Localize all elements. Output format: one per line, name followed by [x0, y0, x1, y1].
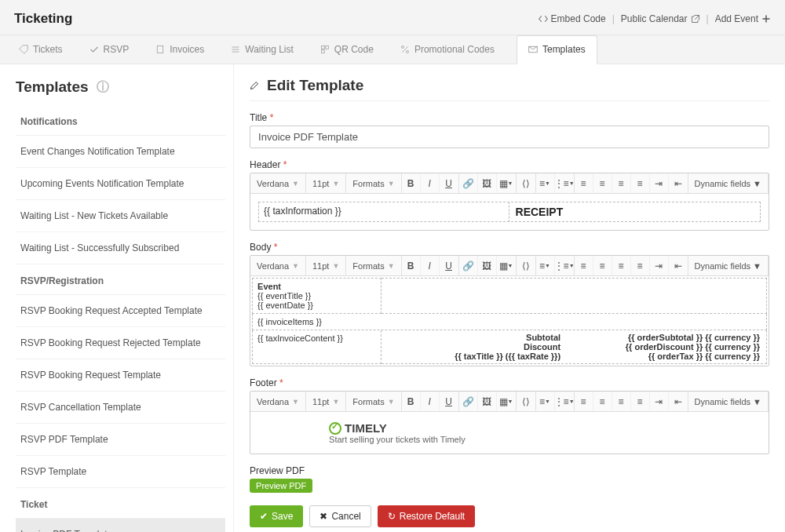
- tab-promo[interactable]: Promotional Codes: [396, 35, 499, 64]
- preview-pdf-button[interactable]: Preview PDF: [250, 479, 312, 493]
- source-button[interactable]: ⟨⟩: [517, 392, 535, 411]
- align-center-button[interactable]: ≡: [593, 392, 612, 411]
- align-left-button[interactable]: ≡: [575, 173, 593, 193]
- discount-label: Discount: [388, 342, 560, 352]
- italic-button[interactable]: I: [421, 173, 440, 193]
- tab-templates[interactable]: Templates: [517, 35, 597, 64]
- embed-code-action[interactable]: Embed Code: [539, 13, 606, 24]
- underline-button[interactable]: U: [440, 173, 458, 193]
- size-select[interactable]: 11pt▼: [306, 179, 345, 188]
- underline-button[interactable]: U: [440, 256, 458, 275]
- event-title: {{ eventTitle }}: [257, 291, 376, 301]
- bulletlist-button[interactable]: ⋮≡▼: [555, 392, 574, 411]
- sidebar-item-waiting-subscribed[interactable]: Waiting List - Successfully Subscribed: [16, 232, 225, 264]
- tab-waiting[interactable]: Waiting List: [226, 35, 298, 64]
- bold-button[interactable]: B: [402, 256, 421, 275]
- external-link-icon: [691, 14, 700, 24]
- body-editor-body[interactable]: Event {{ eventTitle }} {{ eventDate }} {…: [250, 276, 769, 366]
- sidebar-item-event-changes[interactable]: Event Changes Notification Template: [16, 136, 225, 168]
- header-toolbar: Verdana▼ 11pt▼ Formats▼ B I U 🔗 🖼 ▦▼ ⟨⟩: [250, 173, 769, 194]
- link-button[interactable]: 🔗: [459, 173, 478, 193]
- bulletlist-icon: ⋮≡: [554, 178, 569, 189]
- bulletlist-button[interactable]: ⋮≡▼: [555, 256, 574, 275]
- outdent-button[interactable]: ⇤: [669, 392, 688, 411]
- svg-rect-3: [321, 49, 324, 53]
- align-right-button[interactable]: ≡: [612, 173, 631, 193]
- numlist-button[interactable]: ≡▼: [536, 173, 555, 193]
- table-button[interactable]: ▦▼: [497, 392, 516, 411]
- sidebar-item-rsvp-cancel[interactable]: RSVP Cancellation Template: [16, 392, 225, 424]
- footer-editor-body[interactable]: TIMELY Start selling your tickets with T…: [250, 412, 769, 454]
- align-center-button[interactable]: ≡: [593, 173, 612, 193]
- size-select[interactable]: 11pt▼: [306, 261, 345, 271]
- align-left-button[interactable]: ≡: [575, 256, 593, 275]
- align-left-button[interactable]: ≡: [575, 392, 593, 411]
- tabs-row: Tickets RSVP Invoices Waiting List QR Co…: [0, 35, 785, 64]
- dynamic-fields-select[interactable]: Dynamic fields▼: [688, 397, 768, 406]
- underline-button[interactable]: U: [440, 392, 458, 411]
- outdent-button[interactable]: ⇤: [669, 256, 688, 275]
- align-right-button[interactable]: ≡: [612, 256, 631, 275]
- dynamic-fields-select[interactable]: Dynamic fields▼: [688, 261, 768, 271]
- add-event-action[interactable]: Add Event: [715, 13, 771, 24]
- align-justify-button[interactable]: ≡: [631, 392, 650, 411]
- link-button[interactable]: 🔗: [459, 392, 478, 411]
- header-editor-body[interactable]: {{ taxInformation }} RECEIPT: [250, 194, 769, 230]
- pencil-icon: [250, 81, 259, 90]
- sidebar-item-invoice-pdf[interactable]: Invoice PDF Template: [16, 519, 225, 532]
- image-button[interactable]: 🖼: [478, 173, 497, 193]
- indent-button[interactable]: ⇥: [650, 173, 669, 193]
- indent-button[interactable]: ⇥: [650, 256, 669, 275]
- link-button[interactable]: 🔗: [459, 256, 478, 275]
- tab-qr[interactable]: QR Code: [316, 35, 378, 64]
- tab-rsvp[interactable]: RSVP: [85, 35, 134, 64]
- italic-button[interactable]: I: [421, 256, 440, 275]
- table-button[interactable]: ▦▼: [497, 256, 516, 275]
- sidebar-item-rsvp-rejected[interactable]: RSVP Booking Request Rejected Template: [16, 327, 225, 359]
- formats-select[interactable]: Formats▼: [346, 397, 400, 406]
- tab-invoices[interactable]: Invoices: [151, 35, 209, 64]
- indent-button[interactable]: ⇥: [650, 392, 669, 411]
- tax-invoice-content: {{ taxInvoiceContent }}: [252, 330, 382, 364]
- sidebar-item-waiting-new[interactable]: Waiting List - New Tickets Available: [16, 200, 225, 232]
- restore-default-button[interactable]: ↻ Restore Default: [378, 505, 475, 527]
- font-select[interactable]: Verdana▼: [250, 261, 305, 271]
- align-right-button[interactable]: ≡: [612, 392, 631, 411]
- tab-tickets[interactable]: Tickets: [14, 35, 68, 64]
- public-calendar-action[interactable]: Public Calendar: [621, 13, 700, 24]
- image-button[interactable]: 🖼: [478, 256, 497, 275]
- sidebar-item-rsvp-pdf[interactable]: RSVP PDF Template: [16, 424, 225, 456]
- size-select[interactable]: 11pt▼: [306, 397, 345, 406]
- align-justify-button[interactable]: ≡: [631, 173, 650, 193]
- italic-button[interactable]: I: [421, 392, 440, 411]
- sidebar-item-rsvp-request[interactable]: RSVP Booking Request Template: [16, 359, 225, 392]
- sidebar-item-rsvp-accepted[interactable]: RSVP Booking Request Accepted Template: [16, 295, 225, 327]
- bold-button[interactable]: B: [402, 392, 421, 411]
- dynamic-fields-select[interactable]: Dynamic fields▼: [688, 179, 768, 188]
- info-icon[interactable]: ⓘ: [97, 79, 109, 96]
- image-button[interactable]: 🖼: [478, 392, 497, 411]
- save-button[interactable]: ✔ Save: [250, 505, 303, 527]
- numlist-button[interactable]: ≡▼: [536, 392, 555, 411]
- bold-button[interactable]: B: [402, 173, 421, 193]
- align-center-button[interactable]: ≡: [593, 256, 612, 275]
- numlist-button[interactable]: ≡▼: [536, 256, 555, 275]
- source-button[interactable]: ⟨⟩: [517, 256, 535, 275]
- body-editor: Verdana▼ 11pt▼ Formats▼ BIU 🔗🖼▦▼ ⟨⟩ ≡▼⋮≡…: [250, 255, 769, 366]
- outdent-button[interactable]: ⇤: [669, 173, 688, 193]
- title-input[interactable]: [250, 126, 769, 148]
- add-event-label: Add Event: [715, 13, 758, 24]
- font-select[interactable]: Verdana▼: [250, 397, 305, 406]
- table-button[interactable]: ▦▼: [497, 173, 516, 193]
- formats-select[interactable]: Formats▼: [346, 261, 400, 271]
- cancel-button[interactable]: ✖ Cancel: [309, 505, 371, 527]
- bulletlist-button[interactable]: ⋮≡▼: [555, 173, 574, 193]
- footer-label: Footer *: [250, 377, 769, 388]
- font-select[interactable]: Verdana▼: [250, 179, 305, 188]
- source-button[interactable]: ⟨⟩: [517, 173, 535, 193]
- align-justify-button[interactable]: ≡: [631, 256, 650, 275]
- formats-select[interactable]: Formats▼: [346, 179, 400, 188]
- sidebar-item-upcoming-events[interactable]: Upcoming Events Notification Template: [16, 168, 225, 200]
- body-toolbar: Verdana▼ 11pt▼ Formats▼ BIU 🔗🖼▦▼ ⟨⟩ ≡▼⋮≡…: [250, 256, 769, 276]
- sidebar-item-rsvp-template[interactable]: RSVP Template: [16, 456, 225, 488]
